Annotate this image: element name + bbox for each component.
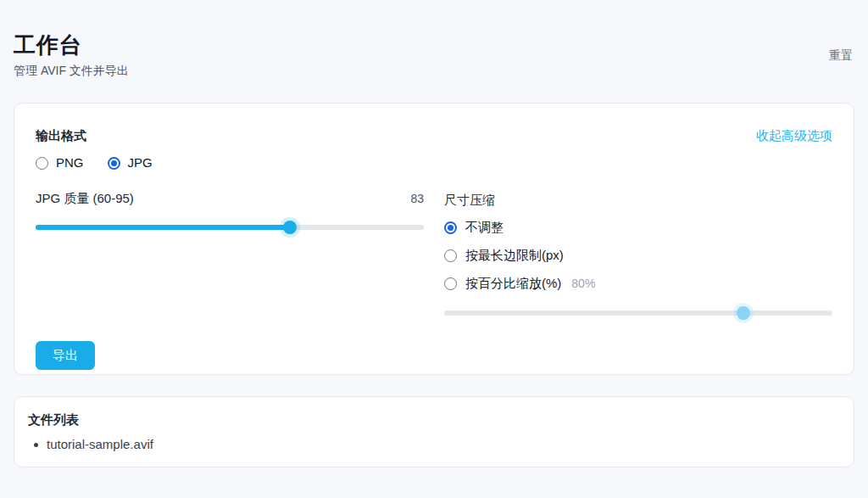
jpg-quality-slider[interactable] [36, 221, 424, 233]
radio-checked-icon[interactable] [108, 157, 120, 170]
scale-percent-value: 80% [571, 277, 595, 290]
jpg-quality-label-row: JPG 质量 (60-95) 83 [36, 191, 424, 206]
size-compression-label: 尺寸压缩 [444, 193, 832, 208]
reset-button[interactable]: 重置 [829, 48, 853, 64]
jpg-quality-value: 83 [410, 192, 424, 205]
format-option-jpg[interactable]: JPG [108, 154, 153, 171]
radio-unchecked-icon[interactable] [444, 249, 457, 262]
export-settings-card: 输出格式 收起高级选项 PNG JPG JPG 质量 (60-95) 83 [14, 103, 854, 375]
format-header-row: 输出格式 收起高级选项 [36, 128, 832, 143]
jpg-quality-label: JPG 质量 (60-95) [36, 191, 134, 206]
size-option-percent[interactable]: 按百分比缩放(%) 80% [444, 275, 832, 292]
size-option-percent-label: 按百分比缩放(%) [465, 275, 561, 292]
scale-percent-slider[interactable] [444, 307, 832, 319]
size-option-max-edge-label: 按最长边限制(px) [465, 247, 564, 264]
format-option-png[interactable]: PNG [36, 154, 84, 171]
page-subtitle: 管理 AVIF 文件并导出 [14, 62, 129, 79]
collapse-advanced-link[interactable]: 收起高级选项 [756, 128, 832, 143]
export-button[interactable]: 导出 [36, 341, 95, 370]
header-titles: 工作台 管理 AVIF 文件并导出 [14, 32, 129, 79]
slider-thumb[interactable] [737, 306, 750, 320]
page-header: 工作台 管理 AVIF 文件并导出 重置 [14, 32, 854, 79]
scale-slider-wrap [444, 307, 832, 319]
size-compression-section: 尺寸压缩 不调整 按最长边限制(px) 按百分比缩放(%) 80% [444, 191, 832, 319]
workbench-page: 工作台 管理 AVIF 文件并导出 重置 输出格式 收起高级选项 PNG JPG [0, 0, 868, 481]
format-radio-group: PNG JPG [36, 154, 832, 171]
slider-fill [36, 225, 290, 230]
radio-checked-icon[interactable] [444, 221, 457, 234]
size-option-none-label: 不调整 [465, 219, 504, 236]
format-option-jpg-label: JPG [128, 154, 153, 171]
page-title: 工作台 [14, 32, 129, 58]
jpg-quality-section: JPG 质量 (60-95) 83 [36, 191, 424, 319]
file-list-card: 文件列表 tutorial-sample.avif [14, 396, 854, 467]
bullet-icon [34, 443, 38, 447]
radio-unchecked-icon[interactable] [444, 277, 457, 290]
radio-unchecked-icon[interactable] [36, 157, 48, 170]
output-format-label: 输出格式 [36, 128, 86, 143]
format-option-png-label: PNG [56, 154, 84, 171]
slider-track[interactable] [444, 311, 832, 316]
file-list-item: tutorial-sample.avif [28, 436, 840, 453]
file-name: tutorial-sample.avif [47, 436, 153, 453]
size-option-max-edge[interactable]: 按最长边限制(px) [444, 247, 832, 264]
file-list-title: 文件列表 [28, 412, 840, 428]
size-option-none[interactable]: 不调整 [444, 219, 832, 236]
slider-thumb[interactable] [283, 221, 297, 234]
file-list: tutorial-sample.avif [28, 436, 840, 453]
settings-grid: JPG 质量 (60-95) 83 尺寸压缩 不调整 按最 [36, 191, 832, 319]
